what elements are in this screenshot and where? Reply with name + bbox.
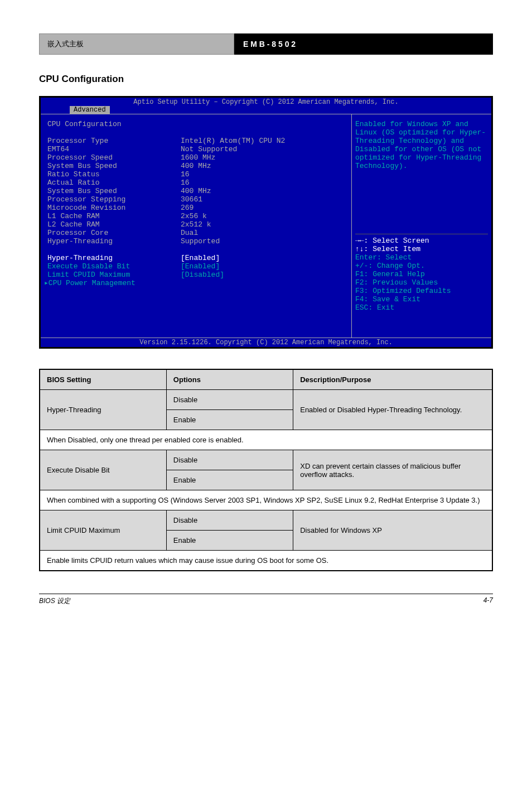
row-label: Ratio Status — [44, 170, 181, 179]
header-right: E M B - 8 5 0 2 — [234, 33, 493, 55]
th-options: Options — [166, 369, 293, 390]
section-title: CPU Configuration — [39, 74, 493, 85]
cell-option: Disable — [166, 390, 293, 410]
cell-span-note: Enable limits CPUID return values which … — [40, 551, 492, 571]
cell-span-note: When Disabled, only one thread per enabl… — [40, 430, 492, 450]
bios-heading: CPU Configuration — [44, 120, 350, 128]
row-label: Hyper-Threading — [44, 237, 181, 245]
footer-right: 4-7 — [483, 596, 493, 606]
row-label: System Bus Speed — [44, 187, 181, 195]
bios-side-panel: Enabled for Windows XP and Linux (OS opt… — [352, 114, 491, 338]
bios-option-limit-cpuid[interactable]: Limit CPUID Maximum[Disabled] — [44, 271, 350, 279]
key-hint: F1: General Help — [355, 270, 488, 278]
row-label: Processor Speed — [44, 153, 181, 162]
bios-help-text: Enabled for Windows XP and Linux (OS opt… — [355, 120, 488, 170]
cell-option: Enable — [166, 531, 293, 551]
cell-desc: Disabled for Windows XP — [293, 510, 492, 551]
key-hint: +/-: Change Opt. — [355, 262, 488, 270]
row-label: EMT64 — [44, 145, 181, 153]
bios-heading-text: CPU Configuration — [47, 120, 122, 128]
row-label: Actual Ratio — [44, 179, 181, 187]
opt-label: Execute Disable Bit — [44, 262, 181, 271]
bios-footer: Version 2.15.1226. Copyright (C) 2012 Am… — [41, 338, 491, 347]
options-table: BIOS Setting Options Description/Purpose… — [39, 369, 493, 571]
key-hint: ESC: Exit — [355, 303, 488, 312]
bios-screen: Aptio Setup Utility – Copyright (C) 2012… — [39, 96, 493, 349]
row-value: 16 — [181, 170, 350, 179]
cell-setting: Hyper-Threading — [40, 390, 166, 430]
cell-option: Enable — [166, 470, 293, 490]
bios-tab-row: Advanced — [41, 106, 491, 114]
submenu-label: CPU Power Management — [49, 279, 136, 287]
key-hint: ↑↓: Select Item — [355, 245, 488, 253]
cell-setting: Execute Disable Bit — [40, 450, 166, 490]
th-bios-setting: BIOS Setting — [40, 369, 166, 390]
footer-left: BIOS 设定 — [39, 596, 70, 606]
submenu-arrow-icon: ▸ — [44, 279, 49, 287]
key-hint: F4: Save & Exit — [355, 295, 488, 303]
row-value: 269 — [181, 204, 350, 212]
row-value: Dual — [181, 229, 350, 237]
cell-option: Enable — [166, 410, 293, 430]
row-value: 2x56 k — [181, 212, 350, 220]
row-value: Supported — [181, 237, 350, 245]
row-value: 1600 MHz — [181, 153, 350, 162]
opt-value: [Disabled] — [181, 271, 350, 279]
cell-span-note: When combined with a supporting OS (Wind… — [40, 490, 492, 510]
opt-value: [Enabled] — [181, 254, 350, 262]
bios-main-panel: CPU Configuration Processor TypeIntel(R)… — [41, 114, 352, 338]
page-footer: BIOS 设定 4-7 — [39, 594, 493, 606]
key-hint: F2: Previous Values — [355, 278, 488, 287]
bios-tab-advanced[interactable]: Advanced — [70, 106, 110, 114]
cell-option: Disable — [166, 450, 293, 470]
key-hint: F3: Optimized Defaults — [355, 287, 488, 295]
bios-submenu-cpu-power[interactable]: ▸ CPU Power Management — [44, 279, 350, 287]
header-left: 嵌入式主板 — [39, 33, 234, 55]
th-description: Description/Purpose — [293, 369, 492, 390]
key-hint: Enter: Select — [355, 253, 488, 262]
key-hint: →←: Select Screen — [355, 237, 488, 245]
row-label: Processor Type — [44, 137, 181, 145]
cell-setting: Limit CPUID Maximum — [40, 510, 166, 551]
cell-option: Disable — [166, 510, 293, 531]
row-value: 400 MHz — [181, 187, 350, 195]
row-label: L2 Cache RAM — [44, 220, 181, 229]
opt-label: Hyper-Threading — [44, 254, 181, 262]
row-label: L1 Cache RAM — [44, 212, 181, 220]
row-value: 400 MHz — [181, 162, 350, 170]
row-label: System Bus Speed — [44, 162, 181, 170]
bios-title: Aptio Setup Utility – Copyright (C) 2012… — [41, 98, 491, 106]
cell-desc: Enabled or Disabled Hyper-Threading Tech… — [293, 390, 492, 430]
row-value: 30661 — [181, 195, 350, 204]
bios-option-hyper-threading[interactable]: Hyper-Threading[Enabled] — [44, 254, 350, 262]
cell-desc: XD can prevent certain classes of malici… — [293, 450, 492, 490]
row-label: Microcode Revision — [44, 204, 181, 212]
row-label: Processor Core — [44, 229, 181, 237]
row-value: 2x512 k — [181, 220, 350, 229]
row-value: 16 — [181, 179, 350, 187]
row-label: Processor Stepping — [44, 195, 181, 204]
bios-option-execute-disable[interactable]: Execute Disable Bit[Enabled] — [44, 262, 350, 271]
header-model: E M B - 8 5 0 2 — [243, 40, 296, 49]
header-bar: 嵌入式主板 E M B - 8 5 0 2 — [39, 33, 493, 55]
opt-label: Limit CPUID Maximum — [44, 271, 181, 279]
row-value: Intel(R) Atom(TM) CPU N2 — [181, 137, 350, 145]
opt-value: [Enabled] — [181, 262, 350, 271]
row-value: Not Supported — [181, 145, 350, 153]
